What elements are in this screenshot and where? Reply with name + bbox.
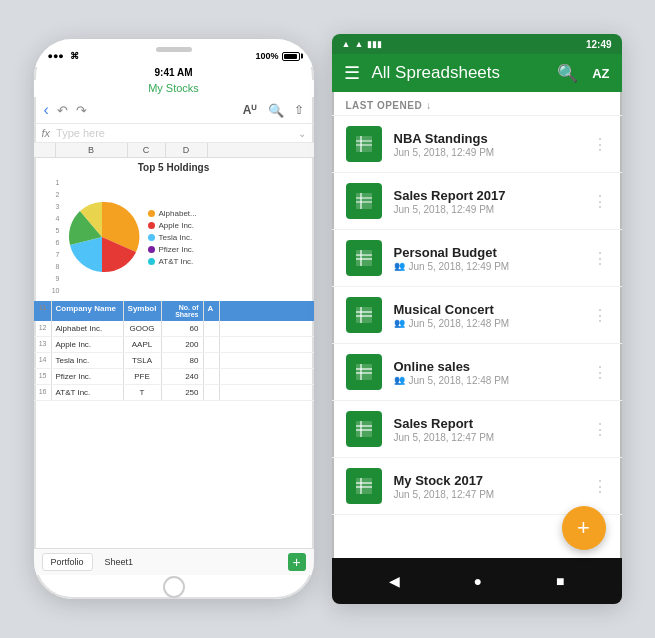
file-meta: Jun 5, 2018, 12:49 PM (394, 204, 580, 215)
fab-add-button[interactable]: + (562, 506, 606, 550)
shared-icon: 👥 (394, 318, 405, 328)
file-name: Online sales (394, 359, 580, 374)
file-more-button[interactable]: ⋮ (592, 249, 608, 268)
fx-label: fx (42, 127, 51, 139)
file-info: Musical Concert 👥 Jun 5, 2018, 12:48 PM (394, 302, 580, 329)
legend-item: Tesla Inc. (148, 233, 197, 242)
search-icon[interactable]: 🔍 (268, 103, 284, 118)
nav-back-button[interactable]: ◀ (389, 573, 400, 589)
file-name: Personal Budget (394, 245, 580, 260)
file-info: NBA Standings Jun 5, 2018, 12:49 PM (394, 131, 580, 158)
svg-rect-4 (356, 193, 372, 209)
redo-button[interactable]: ↷ (76, 103, 87, 118)
file-more-button[interactable]: ⋮ (592, 135, 608, 154)
android-status-bar: ▲ ▲ ▮▮▮ 12:49 (332, 34, 622, 54)
file-more-button[interactable]: ⋮ (592, 420, 608, 439)
android-status-left: ▲ ▲ ▮▮▮ (342, 39, 383, 49)
col-header-num (34, 143, 56, 157)
battery-icon (282, 52, 300, 61)
table-row: 13 Apple Inc. AAPL 200 (34, 337, 314, 353)
iphone-app-title: My Stocks (34, 80, 314, 97)
file-icon-sales2017 (346, 183, 382, 219)
svg-rect-0 (356, 136, 372, 152)
col-header-b: B (56, 143, 128, 157)
list-item[interactable]: Online sales 👥 Jun 5, 2018, 12:48 PM ⋮ (332, 344, 622, 401)
legend-dot-pfizer (148, 246, 155, 253)
text-size-icon[interactable]: Aᵁ (243, 103, 258, 117)
home-circle-button[interactable] (163, 576, 185, 598)
list-item[interactable]: Sales Report Jun 5, 2018, 12:47 PM ⋮ (332, 401, 622, 458)
file-more-button[interactable]: ⋮ (592, 192, 608, 211)
nav-recent-button[interactable]: ■ (556, 573, 564, 589)
file-more-button[interactable]: ⋮ (592, 363, 608, 382)
android-device: ▲ ▲ ▮▮▮ 12:49 ☰ All Spreadsheets 🔍 AZ LA… (332, 34, 622, 604)
spreadsheet-content: B C D Top 5 Holdings 1 2 3 4 5 6 (34, 143, 314, 548)
list-item[interactable]: Sales Report 2017 Jun 5, 2018, 12:49 PM … (332, 173, 622, 230)
file-info: Online sales 👥 Jun 5, 2018, 12:48 PM (394, 359, 580, 386)
wifi-icon: ⌘ (70, 51, 79, 61)
android-app-title: All Spreadsheets (372, 63, 546, 83)
sort-arrow-icon[interactable]: ↓ (426, 100, 432, 111)
sort-label: LAST OPENED (346, 100, 423, 111)
list-item[interactable]: Personal Budget 👥 Jun 5, 2018, 12:49 PM … (332, 230, 622, 287)
share-icon[interactable]: ⇧ (294, 103, 304, 117)
file-meta: Jun 5, 2018, 12:47 PM (394, 432, 580, 443)
legend-item: AT&T Inc. (148, 257, 197, 266)
legend-label-apple: Apple Inc. (159, 221, 195, 230)
col-header-d: D (166, 143, 208, 157)
file-meta: Jun 5, 2018, 12:47 PM (394, 489, 580, 500)
legend-dot-tesla (148, 234, 155, 241)
iphone-device: ●●● ⌘ 100% 9:41 AM My Stocks ‹ ↶ ↷ (34, 39, 314, 599)
file-meta: 👥 Jun 5, 2018, 12:48 PM (394, 375, 580, 386)
legend-item: Alphabet... (148, 209, 197, 218)
formula-bar: fx Type here ⌄ (34, 124, 314, 143)
file-icon-mystock (346, 468, 382, 504)
list-item[interactable]: NBA Standings Jun 5, 2018, 12:49 PM ⋮ (332, 116, 622, 173)
svg-rect-12 (356, 307, 372, 323)
file-icon-concert (346, 297, 382, 333)
table-row: 16 AT&T Inc. T 250 (34, 385, 314, 401)
svg-rect-16 (356, 364, 372, 380)
file-more-button[interactable]: ⋮ (592, 477, 608, 496)
shared-icon: 👥 (394, 261, 405, 271)
chart-row: Alphabet... Apple Inc. Tesla Inc. (62, 177, 308, 297)
tab-sheet1[interactable]: Sheet1 (97, 554, 142, 570)
iphone-time: 9:41 AM (155, 67, 193, 78)
table-col-a: A (204, 301, 220, 321)
file-info: My Stock 2017 Jun 5, 2018, 12:47 PM (394, 473, 580, 500)
undo-button[interactable]: ↶ (57, 103, 68, 118)
file-name: My Stock 2017 (394, 473, 580, 488)
table-row: 14 Tesla Inc. TSLA 80 (34, 353, 314, 369)
battery-percent: 100% (255, 51, 278, 61)
signal-icon: ●●● (48, 51, 64, 61)
nav-home-button[interactable]: ● (474, 573, 482, 589)
svg-rect-20 (356, 421, 372, 437)
legend-item: Apple Inc. (148, 221, 197, 230)
iphone-status-bar: ●●● ⌘ 100% (34, 39, 314, 67)
menu-icon[interactable]: ☰ (344, 62, 360, 84)
formula-chevron[interactable]: ⌄ (298, 128, 306, 139)
file-more-button[interactable]: ⋮ (592, 306, 608, 325)
add-sheet-button[interactable]: + (288, 553, 306, 571)
back-button[interactable]: ‹ (44, 101, 49, 119)
chart-title: Top 5 Holdings (40, 162, 308, 173)
tab-portfolio[interactable]: Portfolio (42, 553, 93, 571)
battery-status-icon: ▮▮▮ (367, 39, 382, 49)
data-table: 11 Company Name Symbol No. of Shares A 1… (34, 301, 314, 548)
sort-button[interactable]: AZ (592, 66, 609, 81)
file-name: Sales Report (394, 416, 580, 431)
table-row: 15 Pfizer Inc. PFE 240 (34, 369, 314, 385)
file-info: Personal Budget 👥 Jun 5, 2018, 12:49 PM (394, 245, 580, 272)
formula-input[interactable]: Type here (56, 127, 291, 139)
table-col-shares: No. of Shares (162, 301, 204, 321)
legend-label-alphabet: Alphabet... (159, 209, 197, 218)
file-info: Sales Report Jun 5, 2018, 12:47 PM (394, 416, 580, 443)
search-button[interactable]: 🔍 (557, 63, 578, 84)
file-name: NBA Standings (394, 131, 580, 146)
iphone-status-left: ●●● ⌘ (48, 51, 79, 61)
pie-chart (62, 197, 142, 277)
svg-rect-8 (356, 250, 372, 266)
signal-status-icon: ▲ (354, 39, 363, 49)
list-item[interactable]: Musical Concert 👥 Jun 5, 2018, 12:48 PM … (332, 287, 622, 344)
android-time: 12:49 (586, 39, 612, 50)
